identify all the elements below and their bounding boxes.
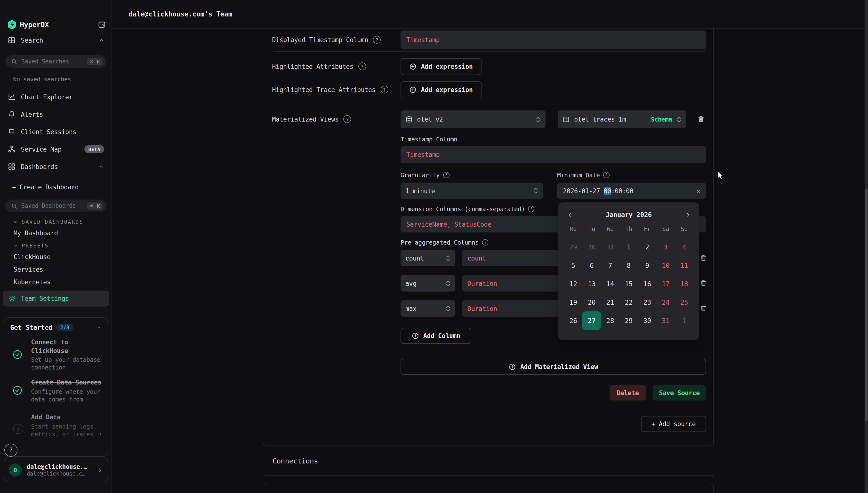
help-icon[interactable]: ? (344, 115, 351, 123)
add-expression-button[interactable]: Add expression (401, 81, 482, 98)
calendar-day[interactable]: 25 (675, 293, 693, 312)
help-icon[interactable]: ? (482, 239, 488, 245)
saved-dashboards-input[interactable]: Saved Dashboards ⌘ K (5, 199, 106, 212)
get-started-step-sources[interactable]: Create Data Sources Configure where your… (4, 374, 108, 406)
calendar-day[interactable]: 28 (601, 312, 620, 330)
sidebar-item-preset[interactable]: Kubernetes (14, 278, 51, 286)
help-icon[interactable]: ? (373, 36, 381, 44)
calendar-day[interactable]: 16 (638, 275, 656, 293)
calendar-day[interactable]: 31 (601, 238, 620, 256)
calendar-day[interactable]: 14 (601, 275, 620, 293)
sidebar-item-service-map[interactable]: Service Map BETA (0, 142, 112, 156)
calendar-day[interactable]: 19 (564, 293, 582, 312)
calendar-day[interactable]: 2 (638, 238, 656, 256)
sidebar-item-chart-explorer[interactable]: Chart Explorer (0, 90, 112, 104)
help-button[interactable]: ? (4, 444, 18, 457)
calendar-day[interactable]: 7 (601, 256, 620, 275)
sidebar-item-search[interactable]: Search (0, 33, 112, 47)
service-map-icon (8, 145, 16, 153)
chevron-up-icon[interactable] (96, 324, 102, 330)
save-source-button[interactable]: Save Source (653, 385, 706, 401)
calendar-weekday: Su (675, 223, 693, 235)
calendar-day[interactable]: 5 (564, 256, 582, 275)
delete-column-trash-icon[interactable] (700, 254, 707, 262)
saved-searches-input[interactable]: Saved Searches ⌘ K (5, 55, 106, 68)
minimum-date-input[interactable]: 2026-01-27 00 :00:00 ✕ (557, 183, 706, 199)
calendar-day[interactable]: 15 (620, 275, 638, 293)
delete-column-trash-icon[interactable] (700, 305, 707, 313)
calendar-next-icon[interactable] (682, 209, 693, 220)
calendar-day[interactable]: 26 (564, 312, 582, 330)
calendar-day[interactable]: 21 (601, 293, 620, 312)
calendar-day[interactable]: 31 (656, 312, 675, 330)
timestamp-column-input[interactable]: Timestamp (401, 146, 706, 163)
help-icon[interactable]: ? (380, 86, 388, 93)
calendar-day[interactable]: 6 (582, 256, 601, 275)
add-source-button[interactable]: + Add source (641, 416, 706, 432)
add-column-button[interactable]: Add Column (401, 328, 471, 344)
displayed-timestamp-input[interactable]: Timestamp (401, 30, 706, 49)
calendar-day[interactable]: 30 (638, 312, 656, 330)
help-icon[interactable]: ? (358, 63, 366, 70)
calendar-weekday-row: MoTuWeThFrSaSu (564, 223, 693, 235)
calendar-day[interactable]: 23 (638, 293, 656, 312)
sidebar-item-preset[interactable]: Services (14, 266, 43, 273)
calendar-day[interactable]: 4 (675, 238, 693, 256)
delete-button[interactable]: Delete (609, 385, 646, 401)
calendar-day[interactable]: 1 (620, 238, 638, 256)
page-scrollbar[interactable] (865, 0, 868, 493)
calendar-day[interactable]: 9 (638, 256, 656, 275)
help-icon[interactable]: ? (528, 206, 534, 212)
get-started-step-connect[interactable]: Connect to ClickHouse Set up your databa… (4, 334, 108, 374)
sidebar-collapse-icon[interactable] (98, 21, 106, 28)
calendar-day[interactable]: 12 (564, 275, 582, 293)
scrollbar-thumb[interactable] (865, 189, 868, 421)
profile-card[interactable]: D dale@clickhouse.… dale@clickhouse.c… (4, 458, 108, 483)
delete-column-trash-icon[interactable] (700, 279, 707, 287)
presets-group[interactable]: PRESETS (13, 243, 49, 249)
sidebar-item-client-sessions[interactable]: Client Sessions (0, 125, 112, 139)
calendar-day[interactable]: 29 (564, 238, 582, 256)
help-icon[interactable]: ? (443, 172, 449, 178)
preagg-op-select[interactable]: count (401, 250, 455, 266)
calendar-day[interactable]: 20 (582, 293, 601, 312)
sidebar-item-preset[interactable]: ClickHouse (14, 253, 51, 260)
sidebar-item-alerts[interactable]: Alerts (0, 107, 112, 122)
calendar-day[interactable]: 22 (620, 293, 638, 312)
calendar-day[interactable]: 29 (620, 312, 638, 330)
calendar-day[interactable]: 11 (675, 256, 693, 275)
calendar-day[interactable]: 13 (582, 275, 601, 293)
add-materialized-view-button[interactable]: Add Materialized View (401, 359, 706, 375)
saved-dashboards-group[interactable]: SAVED DASHBOARDS (13, 219, 83, 225)
preagg-column-value: count (467, 255, 486, 262)
sidebar-item-dashboards[interactable]: Dashboards (0, 159, 112, 174)
calendar-day[interactable]: 17 (656, 275, 675, 293)
highlighted-trace-attributes-label: Highlighted Trace Attributes ? (272, 86, 388, 93)
calendar-day[interactable]: 24 (656, 293, 675, 312)
sidebar-item-team-settings[interactable]: Team Settings (3, 291, 109, 306)
help-icon[interactable]: ? (603, 172, 609, 178)
sidebar-item-my-dashboard[interactable]: My Dashboard (14, 230, 58, 237)
calendar-day[interactable]: 18 (675, 275, 693, 293)
get-started-step-add-data[interactable]: 3 Add Data Start sending logs, metrics, … (4, 406, 108, 441)
delete-view-trash-icon[interactable] (697, 115, 705, 123)
shortcut-badge: ⌘ K (87, 202, 103, 210)
sidebar-item-label: Client Sessions (21, 128, 104, 135)
calendar-day[interactable]: 27 (582, 312, 601, 330)
calendar-day[interactable]: 8 (620, 256, 638, 275)
table-select[interactable]: otel_traces_1m Schema (558, 110, 686, 128)
database-select[interactable]: otel_v2 (401, 110, 546, 128)
calendar-month-title[interactable]: January 2026 (576, 211, 682, 218)
calendar-prev-icon[interactable] (564, 209, 576, 220)
add-expression-button[interactable]: Add expression (401, 58, 482, 75)
clear-date-icon[interactable]: ✕ (697, 187, 700, 194)
calendar-day[interactable]: 10 (656, 256, 675, 275)
preagg-op-select[interactable]: max (401, 300, 455, 317)
create-dashboard-button[interactable]: + Create Dashboard (0, 180, 112, 194)
calendar-day[interactable]: 30 (582, 238, 601, 256)
granularity-select[interactable]: 1 minute (401, 183, 543, 199)
preagg-op-select[interactable]: avg (401, 275, 455, 292)
calendar-day[interactable]: 3 (656, 238, 675, 256)
search-section-icon (8, 36, 16, 44)
calendar-day[interactable]: 1 (675, 312, 693, 330)
